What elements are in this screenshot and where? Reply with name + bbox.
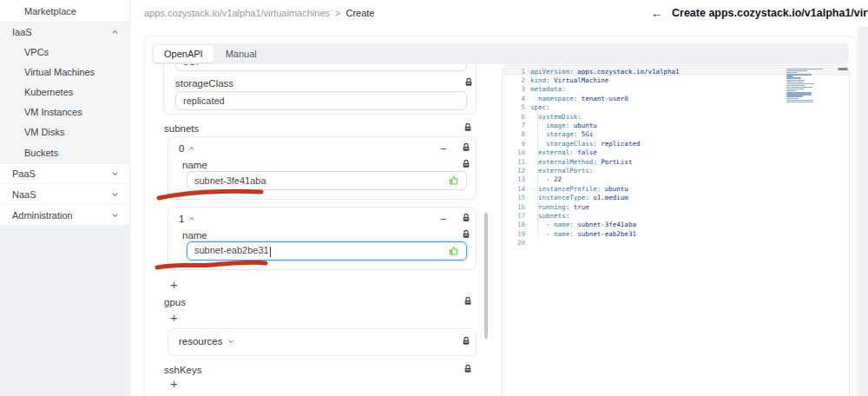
sidebar-group-label: Administration xyxy=(12,210,73,221)
sidebar-group-administration[interactable]: Administration xyxy=(0,205,129,226)
editor-line: 19 - name: subnet-eab2be31 xyxy=(503,229,849,238)
storageclass-value: replicated xyxy=(183,96,225,106)
sidebar-group-naas[interactable]: NaaS xyxy=(0,184,129,205)
thumbs-up-icon[interactable] xyxy=(449,246,459,256)
indent-guide xyxy=(537,95,538,239)
sidebar-item-vm-instances[interactable]: VM Instances xyxy=(0,102,129,122)
line-number: 5 xyxy=(503,103,530,111)
resources-label: resources xyxy=(179,336,223,346)
editor-line: 8 storage: 5Gi xyxy=(503,130,849,139)
lock-icon xyxy=(462,159,470,168)
thumbs-up-icon[interactable] xyxy=(449,175,459,186)
sidebar: Marketplace IaaS VPCsVirtual MachinesKub… xyxy=(0,0,130,396)
yaml-editor[interactable]: 1apiVersion: apps.cozystack.io/v1alpha12… xyxy=(502,65,850,396)
line-number: 11 xyxy=(503,158,530,166)
sidebar-group-iaas-children: VPCsVirtual MachinesKubernetesVM Instanc… xyxy=(0,42,129,162)
subnet-0-name-input[interactable]: subnet-3fe41aba xyxy=(187,171,467,190)
sidebar-item-label: Marketplace xyxy=(24,6,76,16)
editor-line: 13 - 22 xyxy=(503,175,849,184)
sidebar-item-virtual-machines[interactable]: Virtual Machines xyxy=(0,62,129,82)
editor-line: 5spec: xyxy=(503,103,849,112)
subnet-item-1-header[interactable]: 1 xyxy=(179,214,195,224)
line-code: metadata: xyxy=(530,85,566,93)
editor-line: 18 - name: subnet-3fe41aba xyxy=(503,221,849,229)
chevron-down-icon xyxy=(227,338,234,345)
editor-line: 17 subnets: xyxy=(503,211,849,220)
line-number: 4 xyxy=(503,95,530,102)
subnet-item-0-card xyxy=(168,136,477,200)
chevron-down-icon xyxy=(111,169,119,177)
line-number: 18 xyxy=(503,221,530,228)
line-code: image: ubuntu xyxy=(530,122,597,129)
sidebar-item-vm-disks[interactable]: VM Disks xyxy=(0,122,129,142)
sidebar-group-label: PaaS xyxy=(12,168,36,179)
breadcrumb-current: Create xyxy=(345,8,374,18)
add-subnet-button[interactable]: + xyxy=(170,278,178,291)
line-code: - name: subnet-3fe41aba xyxy=(530,221,636,228)
storageclass-input[interactable]: replicated xyxy=(175,91,467,110)
sidebar-group-iaas-header[interactable]: IaaS xyxy=(0,23,129,42)
editor-scrollbar-thumb[interactable] xyxy=(838,68,848,70)
line-number: 16 xyxy=(503,203,530,211)
sidebar-item-vpcs[interactable]: VPCs xyxy=(0,42,129,62)
line-number: 6 xyxy=(503,113,530,121)
sidebar-group-paas[interactable]: PaaS xyxy=(0,163,129,184)
remove-item-button[interactable]: − xyxy=(440,143,447,155)
breadcrumb-path[interactable]: apps.cozystack.io/v1alpha1/virtualmachin… xyxy=(144,8,330,18)
tab-openapi[interactable]: OpenAPI xyxy=(154,45,214,63)
add-gpu-button[interactable]: + xyxy=(170,311,178,324)
line-code: spec: xyxy=(530,103,550,111)
subnet-item-0-header[interactable]: 0 xyxy=(179,143,195,154)
subnet-1-name-input[interactable]: subnet-eab2be31 xyxy=(187,241,467,261)
line-number: 1 xyxy=(503,68,530,76)
subnet-1-name-value: subnet-eab2be31 xyxy=(194,245,271,256)
back-arrow-icon[interactable]: ← xyxy=(651,6,663,20)
resources-toggle[interactable]: resources xyxy=(179,336,234,346)
sidebar-item-marketplace[interactable]: Marketplace xyxy=(0,0,129,23)
editor-line: 9 storageClass: replicated xyxy=(503,139,849,148)
lock-icon xyxy=(462,229,470,239)
editor-line: 11 externalMethod: PortList xyxy=(503,157,849,166)
window-scrollbar-track[interactable] xyxy=(858,26,868,396)
lock-icon xyxy=(464,122,472,132)
subnet-item-index: 1 xyxy=(179,214,184,224)
page-title: Create apps.cozystack.io/v1alpha1/virtua… xyxy=(672,7,868,19)
editor-line: 6 systemDisk: xyxy=(503,112,849,121)
sidebar-item-kubernetes[interactable]: Kubernetes xyxy=(0,82,129,102)
openapi-form: 5Gi storageClass replicated subnets 0 − … xyxy=(144,64,491,396)
line-code: namespace: tenant-user0 xyxy=(530,95,628,102)
editor-line: 14 instanceProfile: ubuntu xyxy=(503,184,849,193)
sidebar-empty-area xyxy=(0,226,129,396)
line-code: - name: subnet-eab2be31 xyxy=(530,230,636,238)
sidebar-item-buckets[interactable]: Buckets xyxy=(0,142,129,162)
lock-icon xyxy=(462,142,470,152)
editor-line: 16 running: true xyxy=(503,202,849,211)
storage-input[interactable]: 5Gi xyxy=(175,64,467,71)
subnet-item-1-card xyxy=(168,207,477,270)
sidebar-group-label: IaaS xyxy=(12,27,32,37)
line-code: externalPorts: xyxy=(530,167,593,175)
lock-icon xyxy=(462,336,470,346)
lock-icon xyxy=(464,77,473,87)
line-number: 20 xyxy=(503,239,530,247)
editor-minimap[interactable] xyxy=(786,69,825,103)
line-number: 14 xyxy=(503,185,530,193)
sidebar-group-label: NaaS xyxy=(12,189,36,200)
remove-item-button[interactable]: − xyxy=(440,214,447,225)
line-code: externalMethod: PortList xyxy=(530,158,632,166)
chevron-up-icon xyxy=(111,29,119,36)
storage-value: 5Gi xyxy=(183,64,198,67)
chevron-up-icon xyxy=(188,145,195,152)
lock-icon xyxy=(462,213,470,222)
line-number: 8 xyxy=(503,130,530,138)
line-code: subnets: xyxy=(530,212,569,220)
line-number: 15 xyxy=(503,194,530,201)
add-sshkey-button[interactable]: + xyxy=(170,377,178,390)
line-number: 17 xyxy=(503,212,530,220)
subnet-name-label: name xyxy=(182,230,207,241)
form-scrollbar-thumb[interactable] xyxy=(484,213,488,339)
chevron-down-icon xyxy=(111,211,119,219)
tab-manual[interactable]: Manual xyxy=(215,45,267,63)
text-caret xyxy=(270,247,271,257)
editor-line: 10 external: false xyxy=(503,148,849,157)
